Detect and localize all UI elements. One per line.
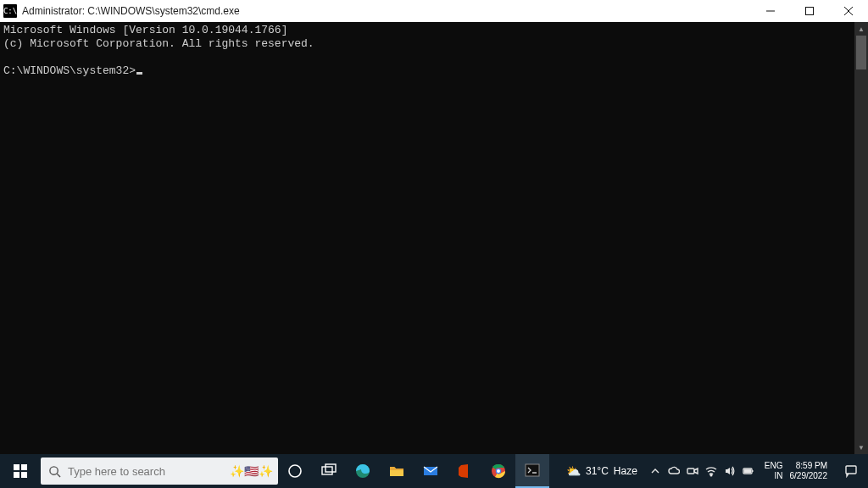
maximize-button[interactable] (790, 0, 829, 22)
mail-button[interactable] (414, 454, 448, 488)
mail-icon (422, 463, 439, 480)
svg-line-9 (57, 474, 60, 477)
svg-rect-23 (846, 466, 856, 474)
office-button[interactable] (448, 454, 481, 488)
clock-date: 6/29/2022 (790, 471, 828, 481)
close-button[interactable] (829, 0, 868, 22)
terminal-prompt: C:\WINDOWS\system32> (3, 64, 136, 77)
cortana-button[interactable] (278, 454, 312, 488)
tray-overflow-button[interactable] (646, 454, 665, 488)
svg-rect-5 (21, 464, 27, 470)
search-icon (41, 465, 68, 478)
meet-now-tray-icon[interactable] (683, 454, 702, 488)
window-title: Administrator: C:\WINDOWS\system32\cmd.e… (22, 5, 240, 17)
svg-point-8 (49, 466, 57, 474)
vertical-scrollbar[interactable]: ▲ ▼ (854, 22, 868, 454)
notification-icon (844, 464, 858, 478)
terminal-output[interactable]: Microsoft Windows [Version 10.0.19044.17… (0, 22, 854, 454)
task-view-button[interactable] (312, 454, 346, 488)
battery-icon (743, 465, 754, 477)
svg-rect-18 (687, 469, 694, 474)
scroll-thumb[interactable] (856, 36, 866, 69)
svg-rect-17 (526, 464, 539, 476)
windows-logo-icon (14, 464, 27, 478)
file-explorer-button[interactable] (380, 454, 414, 488)
camera-icon (687, 465, 698, 477)
scroll-up-icon[interactable]: ▲ (854, 22, 868, 36)
titlebar[interactable]: C:\ Administrator: C:\WINDOWS\system32\c… (0, 0, 868, 22)
svg-point-16 (497, 469, 500, 473)
terminal-icon (524, 462, 541, 479)
speaker-icon (724, 465, 736, 477)
weather-widget[interactable]: ⛅ 31°C Haze (558, 454, 646, 488)
language-clock[interactable]: ENG IN 8:59 PM 6/29/2022 (758, 454, 834, 488)
svg-point-10 (289, 465, 301, 477)
svg-point-19 (710, 474, 712, 476)
terminal-line: (c) Microsoft Corporation. All rights re… (3, 37, 314, 50)
svg-rect-7 (21, 472, 27, 478)
scroll-down-icon[interactable]: ▼ (854, 441, 868, 454)
cmd-window: C:\ Administrator: C:\WINDOWS\system32\c… (0, 0, 868, 454)
cloud-icon (668, 465, 680, 477)
taskbar: ✨🇺🇸✨ (0, 454, 868, 488)
chrome-icon (490, 463, 507, 480)
taskbar-search[interactable]: ✨🇺🇸✨ (41, 458, 278, 485)
volume-tray-icon[interactable] (721, 454, 739, 488)
weather-desc: Haze (614, 465, 637, 477)
cmd-body: Microsoft Windows [Version 10.0.19044.17… (0, 22, 868, 454)
clock-time: 8:59 PM (790, 461, 828, 471)
language-indicator[interactable]: ENG IN (765, 461, 783, 481)
office-icon (456, 463, 473, 480)
weather-icon: ⛅ (566, 464, 581, 478)
cursor-icon (136, 72, 142, 75)
wifi-tray-icon[interactable] (702, 454, 721, 488)
cmd-app-icon: C:\ (3, 4, 17, 18)
clock[interactable]: 8:59 PM 6/29/2022 (790, 461, 828, 481)
task-view-icon (320, 463, 337, 480)
svg-rect-1 (806, 8, 814, 15)
search-input[interactable] (68, 465, 230, 478)
start-button[interactable] (0, 454, 41, 488)
svg-rect-21 (752, 470, 754, 472)
edge-icon (354, 463, 371, 480)
chrome-button[interactable] (481, 454, 515, 488)
battery-tray-icon[interactable] (739, 454, 758, 488)
system-tray (646, 454, 758, 488)
terminal-line: Microsoft Windows [Version 10.0.19044.17… (3, 24, 287, 36)
lang-line2: IN (765, 471, 783, 481)
svg-rect-12 (326, 464, 336, 472)
edge-button[interactable] (346, 454, 380, 488)
search-highlight-icon: ✨🇺🇸✨ (230, 464, 278, 478)
chevron-up-icon (649, 465, 661, 477)
folder-icon (388, 463, 405, 480)
cmd-taskbar-button[interactable] (515, 454, 549, 488)
minimize-button[interactable] (751, 0, 790, 22)
circle-icon (287, 463, 303, 480)
svg-rect-22 (744, 469, 751, 473)
action-center-button[interactable] (834, 454, 868, 488)
svg-rect-11 (322, 467, 332, 474)
svg-rect-4 (14, 464, 19, 470)
onedrive-tray-icon[interactable] (665, 454, 683, 488)
svg-rect-6 (14, 472, 19, 478)
weather-temp: 31°C (586, 465, 609, 477)
wifi-icon (705, 465, 717, 477)
lang-line1: ENG (765, 461, 783, 471)
